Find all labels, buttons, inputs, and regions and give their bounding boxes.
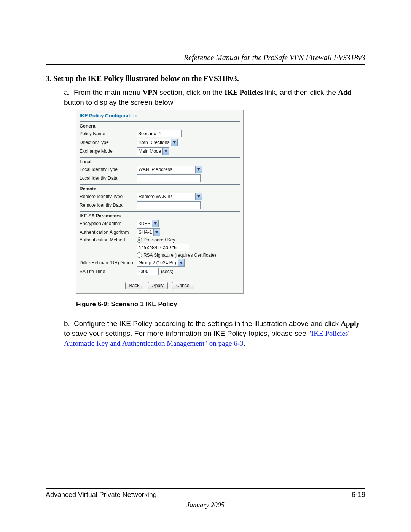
sa-heading: IKE SA Parameters — [80, 213, 240, 219]
local-type-value: WAN IP Address — [137, 167, 195, 172]
substep-b-t4: . — [244, 339, 245, 347]
exchange-value: Main Mode — [137, 149, 162, 154]
substep-a-vpn: VPN — [143, 88, 158, 96]
substep-b-t3: to save your settings. For more informat… — [64, 329, 308, 337]
substep-a-t3: section, click on the — [158, 88, 225, 96]
step-heading: 3. Set up the IKE Policy illustrated bel… — [46, 74, 365, 83]
header-rule — [46, 64, 365, 65]
chevron-down-icon — [153, 229, 160, 236]
remote-type-select[interactable]: Remote WAN IP — [137, 193, 202, 200]
substep-a-t5: link, and then click the — [263, 88, 338, 96]
dh-value: Group 2 (1024 Bit) — [137, 260, 178, 265]
chevron-down-icon — [195, 166, 202, 173]
svg-marker-5 — [155, 231, 158, 233]
remote-data-label: Remote Identity Data — [80, 203, 137, 208]
figure-caption: Figure 6-9: Scenario 1 IKE Policy — [76, 300, 365, 308]
page-header-title: Reference Manual for the ProSafe VPN Fir… — [46, 53, 365, 64]
remote-heading: Remote — [80, 186, 240, 192]
svg-marker-4 — [154, 222, 157, 225]
svg-marker-6 — [180, 262, 183, 264]
rsa-radio[interactable] — [137, 252, 142, 258]
divider — [80, 211, 240, 212]
dh-label: Diffie-Hellman (DH) Group — [80, 260, 137, 265]
divider — [80, 157, 240, 158]
shot-title: IKE Policy Configuration — [80, 113, 240, 118]
policy-name-label: Policy Name — [80, 131, 137, 136]
substep-a-t1: From the main menu — [74, 88, 143, 96]
apply-button[interactable]: Apply — [148, 282, 168, 289]
enc-value: 3DES — [137, 221, 152, 226]
psk-label: Pre-shared Key — [143, 237, 175, 243]
footer-date: January 2005 — [46, 501, 365, 509]
remote-type-value: Remote WAN IP — [137, 194, 195, 199]
substep-b: b.Configure the IKE Policy according to … — [64, 319, 365, 348]
back-button[interactable]: Back — [125, 282, 144, 289]
divider — [80, 184, 240, 185]
remote-type-label: Remote Identity Type — [80, 194, 137, 199]
substep-a-letter: a. — [64, 88, 74, 97]
divider — [80, 278, 240, 278]
life-input[interactable] — [137, 268, 159, 275]
substep-a-add: Add — [338, 88, 351, 96]
footer-left: Advanced Virtual Private Networking — [46, 491, 157, 499]
exchange-select[interactable]: Main Mode — [137, 147, 169, 155]
step-title: Set up the IKE Policy illustrated below … — [53, 74, 239, 83]
enc-label: Encryption Algorithm — [80, 221, 137, 226]
step-number: 3. — [46, 74, 51, 83]
general-heading: General — [80, 123, 240, 129]
local-type-select[interactable]: WAN IP Address — [137, 166, 202, 173]
cancel-button[interactable]: Cancel — [172, 282, 194, 289]
substep-b-t1: Configure the IKE Policy according to th… — [74, 320, 341, 328]
psk-input[interactable] — [137, 244, 189, 251]
substep-a-ike: IKE Policies — [225, 88, 263, 96]
svg-marker-2 — [197, 168, 200, 171]
auth-alg-select[interactable]: SHA-1 — [137, 228, 160, 236]
local-data-label: Local Identity Data — [80, 176, 137, 181]
chevron-down-icon — [195, 193, 202, 200]
chevron-down-icon — [152, 220, 158, 227]
auth-alg-value: SHA-1 — [137, 230, 153, 235]
local-heading: Local — [80, 159, 240, 165]
enc-select[interactable]: 3DES — [137, 220, 159, 227]
policy-name-input[interactable] — [137, 130, 182, 137]
substep-b-letter: b. — [64, 319, 74, 329]
local-data-input[interactable] — [137, 174, 201, 182]
chevron-down-icon — [171, 139, 177, 146]
svg-marker-1 — [164, 150, 167, 152]
substep-a: a.From the main menu VPN section, click … — [64, 88, 365, 107]
svg-marker-0 — [173, 141, 176, 144]
rsa-label: RSA Signature (requires Certificate) — [143, 252, 216, 258]
chevron-down-icon — [178, 259, 184, 266]
dh-select[interactable]: Group 2 (1024 Bit) — [137, 259, 185, 267]
local-type-label: Local Identity Type — [80, 167, 137, 172]
exchange-label: Exchange Mode — [80, 149, 137, 154]
ike-config-screenshot: IKE Policy Configuration General Policy … — [76, 110, 244, 294]
svg-marker-3 — [197, 195, 200, 198]
divider — [80, 121, 240, 122]
substep-a-t7: button to display the screen below. — [64, 98, 175, 106]
direction-select[interactable]: Both Directions — [137, 139, 178, 146]
remote-data-input[interactable] — [137, 201, 201, 209]
life-unit: (secs) — [161, 269, 174, 274]
direction-value: Both Directions — [137, 140, 171, 145]
direction-label: Direction/Type — [80, 140, 137, 145]
chevron-down-icon — [162, 148, 169, 155]
auth-alg-label: Authentication Algorithm — [80, 230, 137, 235]
substep-b-apply: Apply — [341, 320, 360, 328]
psk-radio[interactable] — [137, 237, 142, 243]
footer-page-number: 6-19 — [352, 491, 365, 499]
auth-method-label: Authentication Method — [80, 237, 137, 243]
life-label: SA Life Time — [80, 269, 137, 274]
